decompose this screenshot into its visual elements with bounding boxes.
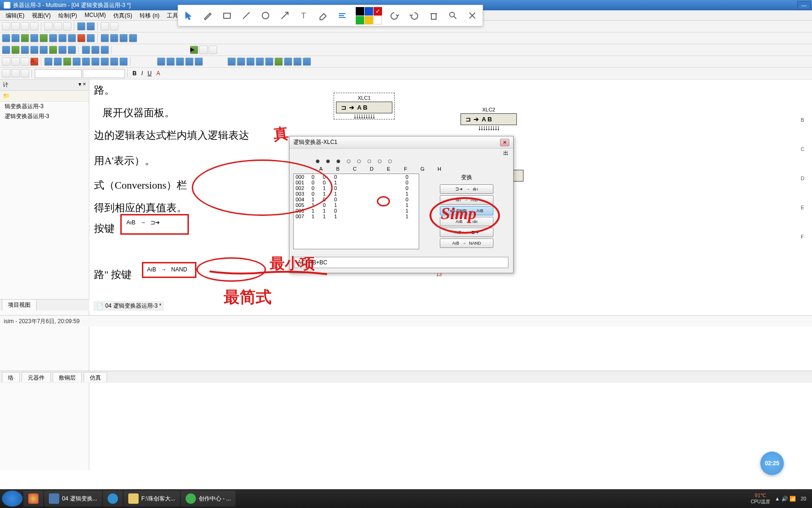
tb-c11[interactable] (101, 46, 109, 54)
tb-g3[interactable] (21, 69, 29, 78)
align-tool-icon[interactable] (336, 9, 348, 22)
tb-c4[interactable] (30, 46, 39, 54)
taskbar-multisim[interactable]: 04 逻辑变换... (44, 491, 102, 507)
sidebar-tab[interactable]: 计 (3, 81, 8, 89)
tb-g1[interactable] (2, 69, 10, 78)
font-color-button[interactable]: A (155, 70, 162, 77)
arrow-tool-icon[interactable] (279, 9, 290, 22)
tb-c5[interactable] (39, 46, 48, 54)
menu-draw[interactable]: 绘制(P) (55, 10, 81, 20)
tb-b10[interactable] (86, 34, 95, 42)
tb-b5[interactable] (39, 34, 48, 42)
tb-cut-icon[interactable] (44, 22, 53, 31)
italic-button[interactable]: I (140, 70, 145, 77)
tab-copper[interactable]: 敷铜层 (53, 372, 82, 382)
taskbar-chrome[interactable] (23, 491, 43, 507)
terminal-a[interactable] (316, 159, 320, 163)
ellipse-tool-icon[interactable] (259, 9, 271, 22)
tb-f5[interactable] (265, 57, 273, 66)
tb-paste-icon[interactable] (63, 22, 71, 31)
tb-b6[interactable] (49, 34, 57, 42)
tb-undo-icon[interactable] (77, 22, 86, 31)
xlc1-component[interactable]: XLC1 ⊐➔A B (334, 93, 395, 119)
terminal-e[interactable] (357, 159, 361, 163)
terminal-b[interactable] (326, 159, 330, 163)
tb-e2[interactable] (166, 57, 175, 66)
taskbar-explorer[interactable]: F:\珠创客大... (124, 491, 180, 507)
tb-f1[interactable] (227, 57, 236, 66)
color-picker[interactable] (356, 7, 382, 24)
tb-f6[interactable] (274, 57, 283, 66)
tb-zoom-in-icon[interactable] (101, 22, 109, 31)
tb-d12[interactable] (110, 57, 118, 66)
eraser-tool-icon[interactable] (317, 9, 329, 22)
tb-b4[interactable] (30, 34, 39, 42)
tab-sim[interactable]: 仿真 (84, 372, 107, 382)
pointer-tool-icon[interactable] (183, 9, 195, 22)
tab-components[interactable]: 元器件 (22, 372, 51, 382)
rect-tool-icon[interactable] (221, 9, 233, 22)
tb-open-icon[interactable] (11, 22, 20, 31)
expression-input[interactable] (294, 257, 508, 268)
tb-b7[interactable] (58, 34, 67, 42)
start-button[interactable] (2, 491, 23, 507)
pen-tool-icon[interactable] (202, 9, 214, 22)
xlc2-component[interactable]: XLC2 ⊐➔A B (461, 107, 517, 129)
tb-f9[interactable] (303, 57, 311, 66)
tb-c7[interactable] (58, 46, 67, 54)
conv-expr-to-nand[interactable]: AıB→NAND (440, 238, 493, 248)
terminal-g[interactable] (378, 159, 382, 163)
tb-f4[interactable] (256, 57, 264, 66)
menu-mcu[interactable]: MCU(M) (81, 10, 109, 20)
font-size-input[interactable] (83, 69, 125, 78)
tb-d7[interactable] (63, 57, 71, 66)
tb-d2[interactable] (11, 57, 20, 66)
tb-b8[interactable] (68, 34, 76, 42)
tb-e3[interactable] (176, 57, 184, 66)
tb-d5[interactable] (44, 57, 53, 66)
system-tray[interactable]: 91℃CPU温度 ▲ 🔊 📶 20 (751, 492, 810, 505)
menu-sim[interactable]: 仿真(S) (109, 10, 136, 20)
tb-d8[interactable] (72, 57, 81, 66)
line-tool-icon[interactable] (241, 9, 252, 22)
tb-c1[interactable] (2, 46, 10, 54)
tb-b14[interactable] (129, 34, 137, 42)
tb-e4[interactable] (185, 57, 194, 66)
tb-g2[interactable] (11, 69, 20, 78)
tb-save-icon[interactable] (21, 22, 29, 31)
text-tool-icon[interactable]: T (298, 9, 310, 22)
taskbar[interactable]: 04 逻辑变换... F:\珠创客大... 创作中心 - ... 91℃CPU温… (0, 489, 812, 508)
terminal-c[interactable] (336, 159, 340, 163)
tb-b11[interactable] (101, 34, 109, 42)
tb-e1[interactable] (157, 57, 165, 66)
tb-f8[interactable] (293, 57, 302, 66)
minimize-button[interactable]: — (797, 1, 811, 9)
tab-project-view[interactable]: 项目视图 (2, 299, 37, 310)
tb-pause-icon[interactable] (199, 46, 208, 54)
menu-transfer[interactable]: 转移 (n) (136, 10, 163, 20)
tb-c9[interactable] (82, 46, 90, 54)
tb-d9[interactable] (82, 57, 90, 66)
tb-f2[interactable] (237, 57, 245, 66)
terminal-f[interactable] (367, 159, 371, 163)
tb-d3[interactable] (21, 57, 29, 66)
terminal-d[interactable] (347, 159, 351, 163)
tb-d11[interactable] (101, 57, 109, 66)
conv-circuit-to-table[interactable]: ⊐➔→ıȯı (440, 184, 493, 194)
tb-f3[interactable] (246, 57, 255, 66)
tb-copy-icon[interactable] (54, 22, 62, 31)
annotation-toolbar[interactable]: T (178, 5, 483, 26)
tb-b9[interactable] (77, 34, 86, 42)
delete-icon[interactable] (428, 9, 439, 22)
underline-button[interactable]: U (146, 70, 154, 77)
tb-c10[interactable] (91, 46, 100, 54)
tb-d6[interactable] (54, 57, 62, 66)
tb-stop-icon[interactable] (209, 46, 217, 54)
tb-b1[interactable] (2, 34, 10, 42)
tb-d4[interactable]: A (30, 57, 39, 66)
menu-view[interactable]: 视图(V) (28, 10, 55, 20)
tb-redo-icon[interactable] (86, 22, 95, 31)
tb-b2[interactable] (11, 34, 20, 42)
tb-d10[interactable] (91, 57, 100, 66)
doc-tab[interactable]: 04 逻辑变换器运用-3 * (105, 302, 161, 310)
